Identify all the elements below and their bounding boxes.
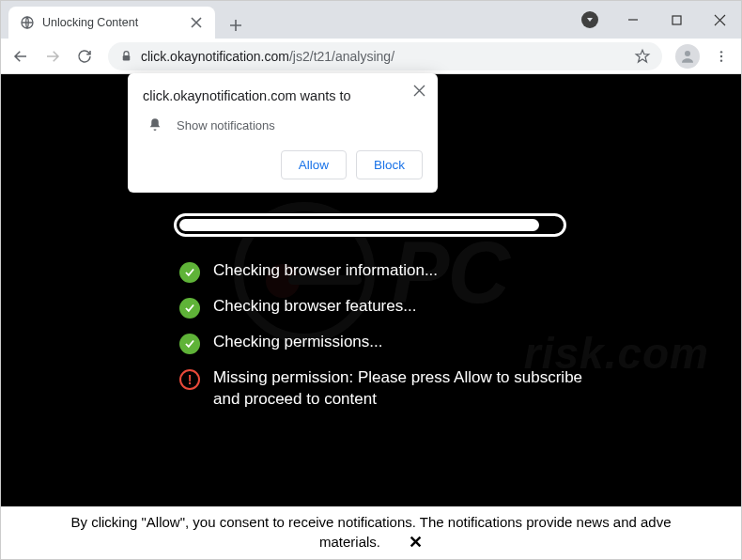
url-text: click.okaynotification.com/js2/t21/analy… xyxy=(141,49,626,64)
popup-subtitle: Show notifications xyxy=(177,118,275,132)
allow-button[interactable]: Allow xyxy=(281,150,347,179)
browser-tab[interactable]: Unlocking Content xyxy=(8,7,215,39)
extension-icon[interactable] xyxy=(568,5,611,35)
status-list: Checking browser information...Checking … xyxy=(179,260,593,424)
new-tab-button[interactable] xyxy=(223,12,249,39)
progress-bar xyxy=(174,213,568,237)
block-button[interactable]: Block xyxy=(356,150,423,179)
tab-close-icon[interactable] xyxy=(189,15,204,30)
status-text: Checking browser information... xyxy=(213,260,438,282)
bookmark-star-icon[interactable] xyxy=(634,48,651,65)
check-icon xyxy=(179,262,200,283)
window-controls xyxy=(568,1,741,39)
footer-close-icon[interactable]: ✕ xyxy=(409,532,423,552)
footer-text-1: By clicking "Allow", you consent to rece… xyxy=(70,514,671,530)
back-button[interactable] xyxy=(7,42,35,70)
minimize-button[interactable] xyxy=(611,5,655,35)
status-row: Checking browser features... xyxy=(179,296,593,319)
consent-footer: By clicking "Allow", you consent to rece… xyxy=(1,506,741,559)
popup-title: click.okaynotification.com wants to xyxy=(143,88,423,103)
footer-text-2: materials. xyxy=(319,534,380,550)
svg-point-4 xyxy=(720,51,722,53)
notification-permission-popup: click.okaynotification.com wants to Show… xyxy=(128,73,438,193)
status-text: Checking browser features... xyxy=(213,296,416,318)
reload-button[interactable] xyxy=(70,42,99,70)
svg-rect-1 xyxy=(672,16,681,24)
error-icon: ! xyxy=(179,369,200,390)
address-bar[interactable]: click.okaynotification.com/js2/t21/analy… xyxy=(108,42,662,70)
svg-point-3 xyxy=(685,51,690,56)
profile-avatar[interactable] xyxy=(675,44,700,69)
kebab-menu-icon[interactable] xyxy=(707,42,735,70)
lock-icon xyxy=(119,49,133,63)
toolbar: click.okaynotification.com/js2/t21/analy… xyxy=(1,39,741,74)
status-text: Missing permission: Please press Allow t… xyxy=(213,367,593,411)
check-icon xyxy=(179,334,200,354)
forward-button[interactable] xyxy=(39,42,67,70)
titlebar: Unlocking Content xyxy=(1,1,741,39)
check-icon xyxy=(179,298,200,319)
svg-point-5 xyxy=(720,54,722,56)
popup-close-icon[interactable] xyxy=(410,81,428,100)
maximize-button[interactable] xyxy=(655,5,698,35)
tab-title: Unlocking Content xyxy=(42,16,181,29)
status-row: !Missing permission: Please press Allow … xyxy=(179,367,593,411)
status-row: Checking browser information... xyxy=(179,260,593,283)
status-text: Checking permissions... xyxy=(213,332,382,353)
bell-icon xyxy=(147,117,163,133)
status-row: Checking permissions... xyxy=(179,332,593,354)
svg-rect-2 xyxy=(123,55,131,61)
globe-icon xyxy=(20,15,35,30)
close-window-button[interactable] xyxy=(698,5,741,35)
svg-point-6 xyxy=(720,59,722,61)
